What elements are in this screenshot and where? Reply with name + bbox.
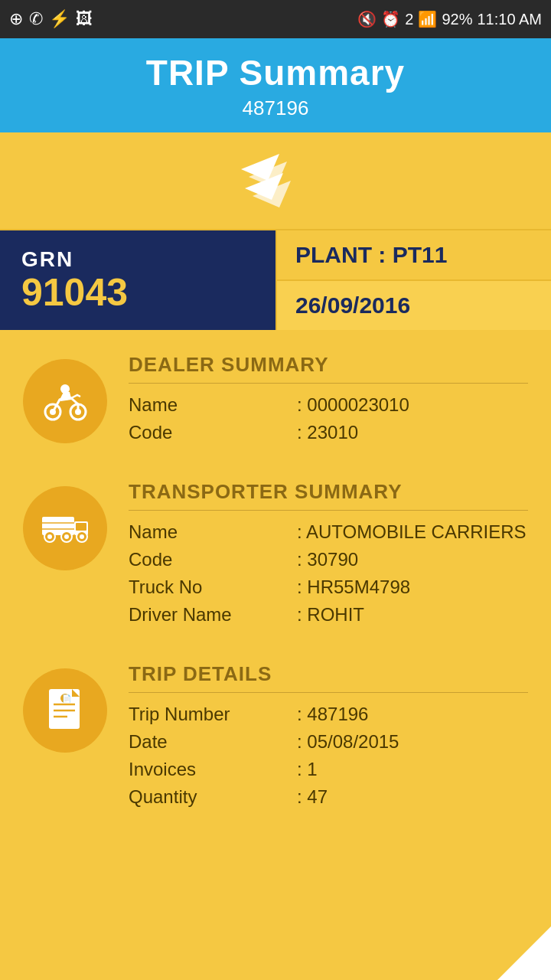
truck-icon — [41, 508, 90, 550]
status-left-icons: ⊕ ✆ ⚡ 🖼 — [9, 9, 93, 29]
mute-icon: 🔇 — [357, 10, 377, 28]
date-cell: 26/09/2016 — [276, 281, 551, 330]
grn-section: GRN 91043 — [0, 230, 276, 330]
sim-icon: 2 — [405, 11, 413, 28]
corner-decoration — [497, 926, 551, 980]
trip-date-label: Date — [129, 731, 297, 753]
transporter-summary-section: TRANSPORTER SUMMARY Name : AUTOMOBILE CA… — [23, 480, 528, 632]
transporter-summary-content: TRANSPORTER SUMMARY Name : AUTOMOBILE CA… — [129, 480, 528, 632]
trip-invoices-label: Invoices — [129, 759, 297, 780]
grn-plant-row: GRN 91043 PLANT : PT11 26/09/2016 — [0, 230, 551, 330]
transporter-truck-value: : HR55M4798 — [297, 577, 528, 598]
grn-value: 91043 — [21, 272, 254, 314]
add-icon: ⊕ — [9, 9, 23, 29]
transporter-truck-label: Truck No — [129, 577, 297, 598]
trip-invoices-row: Invoices : 1 — [129, 759, 528, 780]
status-right-icons: 🔇 ⏰ 2 📶 92% 11:10 AM — [357, 10, 542, 28]
company-logo — [241, 154, 310, 207]
battery-text: 92% — [442, 11, 472, 28]
trip-details-section: 📄 TRIP DETAILS Trip Number : 487196 Date… — [23, 662, 528, 814]
svg-point-13 — [47, 534, 52, 539]
signal-icon: 📶 — [418, 10, 437, 28]
trip-invoices-value: : 1 — [297, 759, 528, 780]
dealer-code-row: Code : 23010 — [129, 422, 528, 443]
svg-point-17 — [80, 534, 84, 539]
grn-label: GRN — [21, 247, 254, 272]
transporter-driver-value: : ROHIT — [297, 604, 528, 626]
trip-date-row: Date : 05/08/2015 — [129, 731, 528, 753]
trip-quantity-row: Quantity : 47 — [129, 786, 528, 808]
trip-number-row: Trip Number : 487196 — [129, 704, 528, 725]
phone-icon: ✆ — [29, 9, 43, 29]
logo-banner — [0, 132, 551, 230]
svg-point-15 — [64, 534, 69, 539]
trip-number-value: : 487196 — [297, 704, 528, 725]
transporter-name-row: Name : AUTOMOBILE CARRIERS — [129, 521, 528, 543]
image-icon: 🖼 — [76, 9, 93, 29]
transporter-icon-circle — [23, 486, 107, 570]
svg-rect-11 — [76, 523, 86, 531]
trip-id: 487196 — [0, 96, 551, 120]
dealer-name-value: : 0000023010 — [297, 394, 528, 416]
time-display: 11:10 AM — [477, 11, 542, 28]
trip-details-content: TRIP DETAILS Trip Number : 487196 Date :… — [129, 662, 528, 814]
document-icon: 📄 — [44, 686, 86, 736]
transporter-driver-row: Driver Name : ROHIT — [129, 604, 528, 626]
status-bar: ⊕ ✆ ⚡ 🖼 🔇 ⏰ 2 📶 92% 11:10 AM — [0, 0, 551, 38]
trip-number-label: Trip Number — [129, 704, 297, 725]
transporter-code-value: : 30790 — [297, 549, 528, 570]
dealer-summary-title: DEALER SUMMARY — [129, 353, 528, 384]
motorcycle-icon — [41, 377, 90, 426]
app-header: TRIP Summary 487196 — [0, 38, 551, 132]
main-content: DEALER SUMMARY Name : 0000023010 Code : … — [0, 330, 551, 875]
dealer-summary-section: DEALER SUMMARY Name : 0000023010 Code : … — [23, 353, 528, 449]
alarm-icon: ⏰ — [381, 10, 400, 28]
svg-text:📄: 📄 — [62, 694, 72, 704]
transporter-name-value: : AUTOMOBILE CARRIERS — [297, 521, 528, 543]
dealer-code-label: Code — [129, 422, 297, 443]
plant-cell: PLANT : PT11 — [276, 230, 551, 281]
transporter-name-label: Name — [129, 521, 297, 543]
trip-quantity-label: Quantity — [129, 786, 297, 808]
plant-date-section: PLANT : PT11 26/09/2016 — [276, 230, 551, 330]
trip-details-title: TRIP DETAILS — [129, 662, 528, 693]
date-value: 26/09/2016 — [295, 292, 410, 318]
svg-point-8 — [60, 384, 70, 394]
transporter-driver-label: Driver Name — [129, 604, 297, 626]
usb-icon: ⚡ — [49, 9, 70, 29]
dealer-icon-circle — [23, 359, 107, 443]
transporter-code-row: Code : 30790 — [129, 549, 528, 570]
trip-icon-circle: 📄 — [23, 668, 107, 753]
transporter-summary-title: TRANSPORTER SUMMARY — [129, 480, 528, 511]
dealer-name-row: Name : 0000023010 — [129, 394, 528, 416]
page-title: TRIP Summary — [0, 52, 551, 93]
dealer-summary-content: DEALER SUMMARY Name : 0000023010 Code : … — [129, 353, 528, 449]
trip-quantity-value: : 47 — [297, 786, 528, 808]
trip-date-value: : 05/08/2015 — [297, 731, 528, 753]
dealer-name-label: Name — [129, 394, 297, 416]
plant-label: PLANT : PT11 — [295, 242, 447, 268]
transporter-code-label: Code — [129, 549, 297, 570]
transporter-truck-row: Truck No : HR55M4798 — [129, 577, 528, 598]
dealer-code-value: : 23010 — [297, 422, 528, 443]
